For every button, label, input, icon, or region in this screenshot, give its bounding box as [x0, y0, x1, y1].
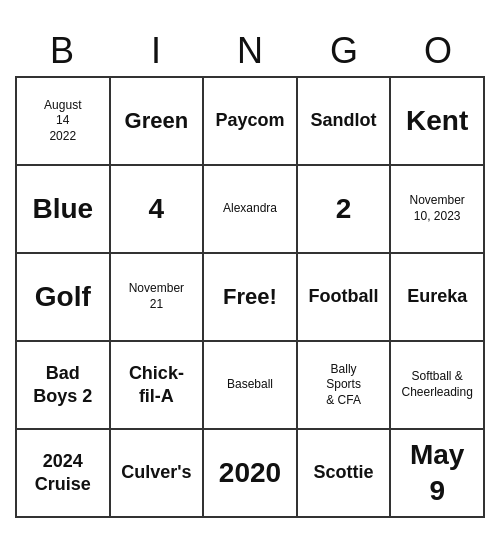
- cell-text: Alexandra: [223, 201, 277, 217]
- cell-text: 2020: [219, 455, 281, 491]
- cell-text: Softball & Cheerleading: [401, 369, 472, 400]
- bingo-cell: Blue: [17, 166, 111, 254]
- cell-text: November 21: [129, 281, 184, 312]
- cell-text: Free!: [223, 283, 277, 312]
- cell-text: Bad Boys 2: [33, 362, 92, 409]
- bingo-cell: Eureka: [391, 254, 485, 342]
- bingo-cell: Scottie: [298, 430, 392, 518]
- bingo-cell: November 10, 2023: [391, 166, 485, 254]
- bingo-cell: Bally Sports & CFA: [298, 342, 392, 430]
- bingo-card: BINGO August 14 2022GreenPaycomSandlotKe…: [15, 26, 485, 518]
- cell-text: May 9: [410, 437, 464, 510]
- bingo-cell: Paycom: [204, 78, 298, 166]
- bingo-cell: August 14 2022: [17, 78, 111, 166]
- cell-text: Kent: [406, 103, 468, 139]
- bingo-cell: Baseball: [204, 342, 298, 430]
- bingo-cell: Green: [111, 78, 205, 166]
- bingo-letter: N: [203, 26, 297, 76]
- bingo-cell: Alexandra: [204, 166, 298, 254]
- cell-text: Culver's: [121, 461, 191, 484]
- cell-text: Sandlot: [311, 109, 377, 132]
- bingo-letter: O: [391, 26, 485, 76]
- cell-text: 2: [336, 191, 352, 227]
- cell-text: Eureka: [407, 285, 467, 308]
- cell-text: Football: [309, 285, 379, 308]
- cell-text: Golf: [35, 279, 91, 315]
- cell-text: Scottie: [314, 461, 374, 484]
- bingo-cell: Chick- fil-A: [111, 342, 205, 430]
- bingo-cell: Free!: [204, 254, 298, 342]
- cell-text: November 10, 2023: [410, 193, 465, 224]
- bingo-cell: Softball & Cheerleading: [391, 342, 485, 430]
- bingo-cell: Sandlot: [298, 78, 392, 166]
- bingo-letter: B: [15, 26, 109, 76]
- bingo-cell: Kent: [391, 78, 485, 166]
- bingo-cell: May 9: [391, 430, 485, 518]
- bingo-cell: November 21: [111, 254, 205, 342]
- bingo-letter: G: [297, 26, 391, 76]
- bingo-cell: Culver's: [111, 430, 205, 518]
- cell-text: Blue: [32, 191, 93, 227]
- bingo-cell: 2024 Cruise: [17, 430, 111, 518]
- cell-text: Baseball: [227, 377, 273, 393]
- bingo-cell: Golf: [17, 254, 111, 342]
- bingo-cell: 4: [111, 166, 205, 254]
- cell-text: Paycom: [215, 109, 284, 132]
- bingo-cell: 2: [298, 166, 392, 254]
- cell-text: August 14 2022: [44, 98, 81, 145]
- bingo-cell: Bad Boys 2: [17, 342, 111, 430]
- bingo-grid: August 14 2022GreenPaycomSandlotKentBlue…: [15, 76, 485, 518]
- bingo-header: BINGO: [15, 26, 485, 76]
- cell-text: Green: [125, 107, 189, 136]
- bingo-cell: Football: [298, 254, 392, 342]
- bingo-letter: I: [109, 26, 203, 76]
- cell-text: 2024 Cruise: [35, 450, 91, 497]
- bingo-cell: 2020: [204, 430, 298, 518]
- cell-text: Bally Sports & CFA: [326, 362, 361, 409]
- cell-text: 4: [149, 191, 165, 227]
- cell-text: Chick- fil-A: [129, 362, 184, 409]
